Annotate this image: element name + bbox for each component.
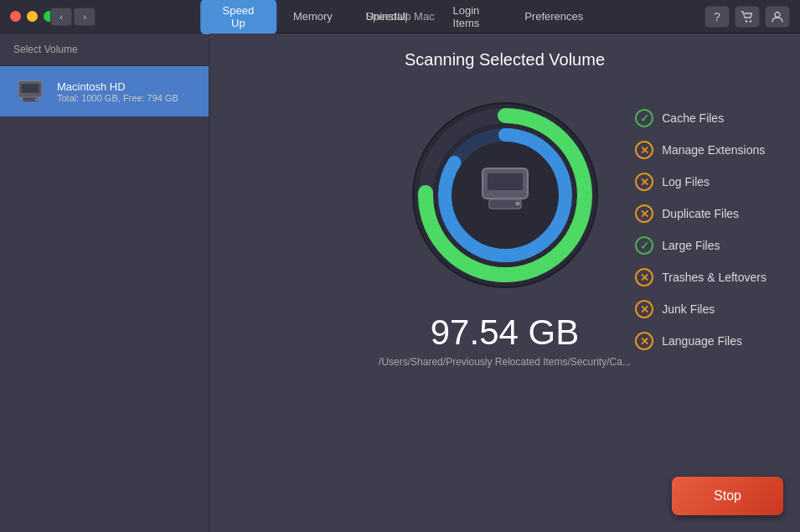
tab-speedup[interactable]: Speed Up: [200, 0, 276, 34]
checklist-item-junk: ✕ Junk Files: [635, 300, 766, 318]
svg-point-6: [35, 98, 38, 101]
content-area: Scanning Selected Volume: [209, 34, 800, 532]
svg-point-1: [750, 20, 751, 22]
scan-circle: [405, 95, 606, 296]
check-icon-extensions: ✕: [635, 141, 653, 159]
check-icon-junk: ✕: [635, 300, 653, 318]
checklist-label-extensions: Manage Extensions: [662, 143, 765, 157]
content-title: Scanning Selected Volume: [405, 50, 605, 70]
sidebar: Select Volume Macintosh HD Total: 1000 G…: [0, 34, 209, 532]
scan-size: 97.54 GB: [431, 312, 579, 353]
check-icon-large: ✓: [635, 236, 653, 255]
checklist: ✓ Cache Files ✕ Manage Extensions ✕ Log …: [635, 109, 766, 350]
checklist-label-duplicates: Duplicate Files: [662, 207, 739, 220]
sidebar-header: Select Volume: [0, 34, 209, 66]
checklist-label-cache: Cache Files: [662, 111, 724, 125]
help-button[interactable]: ?: [705, 6, 730, 28]
check-icon-cache: ✓: [635, 109, 653, 127]
forward-button[interactable]: ›: [74, 8, 95, 26]
check-icon-trashes: ✕: [635, 268, 653, 287]
svg-point-16: [515, 202, 519, 206]
svg-point-0: [746, 20, 747, 22]
tab-memory[interactable]: Memory: [276, 0, 349, 34]
nav-buttons: ‹ ›: [50, 8, 95, 26]
checklist-label-large: Large Files: [662, 239, 720, 252]
checklist-item-cache: ✓ Cache Files: [635, 109, 766, 127]
tab-login-items[interactable]: Login Items: [425, 0, 508, 34]
cart-button[interactable]: [735, 6, 760, 28]
checklist-item-logs: ✕ Log Files: [635, 173, 766, 191]
checklist-item-trashes: ✕ Trashes & Leftovers: [635, 268, 766, 287]
user-button[interactable]: [765, 6, 790, 28]
check-icon-duplicates: ✕: [635, 204, 653, 223]
check-icon-language: ✕: [635, 332, 653, 350]
tab-preferences[interactable]: Preferences: [508, 0, 600, 34]
stop-button[interactable]: Stop: [672, 477, 783, 515]
title-bar: ‹ › Speed Up Memory Uninstall Login Item…: [0, 0, 800, 34]
svg-rect-4: [21, 84, 39, 93]
checklist-label-logs: Log Files: [662, 175, 710, 189]
volume-info: Macintosh HD Total: 1000 GB, Free: 794 G…: [57, 80, 178, 103]
main-content: Select Volume Macintosh HD Total: 1000 G…: [0, 34, 800, 532]
volume-item[interactable]: Macintosh HD Total: 1000 GB, Free: 794 G…: [0, 66, 209, 116]
traffic-lights: [10, 11, 54, 22]
volume-sub: Total: 1000 GB, Free: 794 GB: [57, 93, 178, 103]
checklist-item-large: ✓ Large Files: [635, 236, 766, 255]
checklist-label-trashes: Trashes & Leftovers: [662, 271, 766, 284]
close-button[interactable]: [10, 11, 21, 22]
toolbar-right: ?: [705, 6, 790, 28]
checklist-label-junk: Junk Files: [662, 302, 715, 316]
nav-tabs: Speed Up Memory Uninstall Login Items Pr…: [200, 0, 601, 34]
minimize-button[interactable]: [27, 11, 38, 22]
drive-icon: [13, 76, 47, 106]
scan-path: /Users/Shared/Previously Relocated Items…: [379, 356, 631, 368]
check-icon-logs: ✕: [635, 173, 653, 191]
checklist-label-language: Language Files: [662, 334, 742, 348]
checklist-item-extensions: ✕ Manage Extensions: [635, 141, 766, 159]
center-drive-icon: [476, 164, 534, 226]
volume-name: Macintosh HD: [57, 80, 178, 93]
checklist-item-language: ✕ Language Files: [635, 332, 766, 350]
tab-uninstall[interactable]: Uninstall: [349, 0, 425, 34]
checklist-item-duplicates: ✕ Duplicate Files: [635, 204, 766, 223]
svg-rect-14: [488, 173, 523, 190]
back-button[interactable]: ‹: [50, 8, 72, 26]
svg-point-2: [775, 12, 780, 17]
